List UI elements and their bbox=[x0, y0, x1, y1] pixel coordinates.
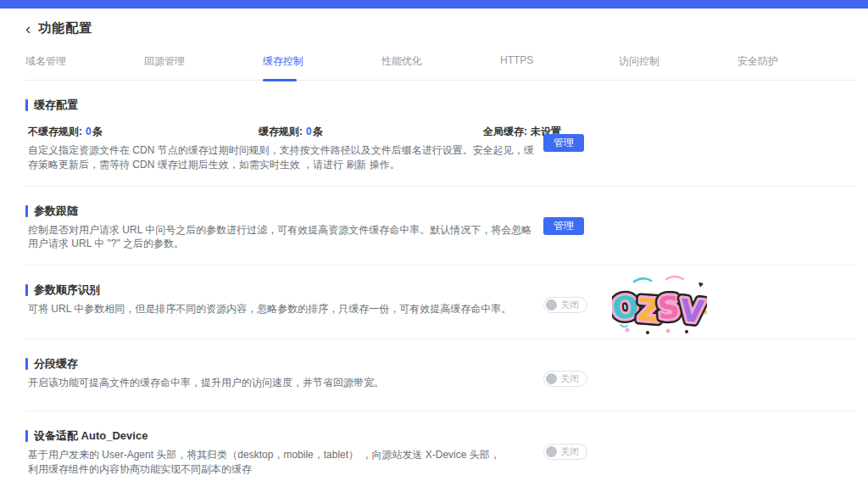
section-title-text: 参数顺序识别 bbox=[34, 282, 100, 298]
manage-cache-config-button[interactable]: 管理 bbox=[543, 134, 584, 152]
title-accent-bar bbox=[25, 358, 28, 370]
back-chevron-icon[interactable]: ‹ bbox=[25, 21, 31, 36]
page-title: 功能配置 bbox=[38, 20, 92, 36]
section-range-cache: 分段缓存 开启该功能可提高文件的缓存命中率，提升用户的访问速度，并节省回源带宽。… bbox=[25, 339, 856, 411]
tab-bar: 域名管理 回源管理 缓存控制 性能优化 HTTPS 访问控制 安全防护 bbox=[25, 54, 856, 81]
section-title: 分段缓存 bbox=[25, 356, 856, 372]
page-header: ‹ 功能配置 bbox=[25, 20, 868, 36]
tab-performance[interactable]: 性能优化 bbox=[381, 54, 500, 80]
tab-origin-management[interactable]: 回源管理 bbox=[144, 54, 263, 80]
tab-https[interactable]: HTTPS bbox=[500, 54, 619, 80]
section-device-adapt: 设备适配 Auto_Device 基于用户发来的 User-Agent 头部，将… bbox=[25, 411, 856, 481]
section-title: 参数跟随 bbox=[25, 204, 856, 219]
toggle-param-order[interactable]: 关闭 bbox=[543, 297, 587, 313]
stat-cache-rules: 缓存规则:0条 bbox=[259, 125, 483, 139]
tab-access-control[interactable]: 访问控制 bbox=[619, 54, 737, 80]
toggle-state-label: 关闭 bbox=[560, 374, 579, 383]
top-app-bar bbox=[0, 0, 868, 8]
stat-value: 0 bbox=[86, 126, 92, 137]
cache-stats-row: 不缓存规则:0条 缓存规则:0条 全局缓存:未设置 bbox=[28, 125, 856, 139]
toggle-state-label: 关闭 bbox=[560, 447, 579, 456]
graffiti-squiggle bbox=[634, 278, 651, 282]
graffiti-letter: S S S bbox=[657, 289, 682, 326]
section-description: 可将 URL 中参数相同，但是排序不同的资源内容，忽略参数的排序，只缓存一份，可… bbox=[28, 302, 540, 316]
toggle-knob bbox=[546, 446, 557, 457]
section-title: 参数顺序识别 bbox=[25, 282, 856, 298]
tab-security[interactable]: 安全防护 bbox=[737, 54, 856, 80]
graffiti-drip bbox=[646, 331, 649, 334]
tab-domain-management[interactable]: 域名管理 bbox=[25, 54, 144, 80]
section-description: 开启该功能可提高文件的缓存命中率，提升用户的访问速度，并节省回源带宽。 bbox=[28, 376, 540, 390]
stat-no-cache-rules: 不缓存规则:0条 bbox=[28, 125, 259, 139]
section-title-text: 分段缓存 bbox=[34, 356, 78, 372]
svg-text:S: S bbox=[657, 289, 682, 326]
graffiti-letter: V V V bbox=[678, 293, 705, 330]
svg-text:O: O bbox=[612, 289, 640, 327]
section-title: 设备适配 Auto_Device bbox=[25, 428, 856, 444]
title-accent-bar bbox=[25, 430, 28, 442]
graffiti-letter: O O O bbox=[612, 289, 640, 327]
tab-cache-control[interactable]: 缓存控制 bbox=[263, 54, 381, 80]
toggle-state-label: 关闭 bbox=[560, 300, 579, 310]
watermark-graffiti-ozsv: ♥ ✦ O O O Z Z Z S S S V V V bbox=[612, 274, 707, 337]
toggle-knob bbox=[546, 299, 557, 310]
section-param-order: 参数顺序识别 可将 URL 中参数相同，但是排序不同的资源内容，忽略参数的排序，… bbox=[25, 266, 856, 339]
stat-value: 0 bbox=[306, 126, 312, 137]
section-description: 控制是否对用户请求 URL 中问号之后的参数进行过滤，可有效提高资源文件缓存命中… bbox=[28, 223, 540, 252]
title-accent-bar bbox=[25, 205, 28, 217]
title-accent-bar bbox=[25, 284, 28, 296]
section-title: 缓存配置 bbox=[25, 98, 856, 113]
manage-param-follow-button[interactable]: 管理 bbox=[543, 217, 584, 235]
graffiti-drip bbox=[666, 329, 670, 333]
section-title-text: 参数跟随 bbox=[34, 204, 78, 219]
section-title-text: 设备适配 Auto_Device bbox=[34, 428, 147, 444]
graffiti-squiggle bbox=[666, 277, 683, 279]
section-description: 自定义指定资源文件在 CDN 节点的缓存过期时间规则，支持按文件路径以及文件后缀… bbox=[28, 143, 540, 172]
svg-text:V: V bbox=[678, 293, 705, 330]
graffiti-heart-icon: ♥ bbox=[698, 279, 704, 289]
section-title-text: 缓存配置 bbox=[34, 98, 78, 113]
section-param-follow: 参数跟随 控制是否对用户请求 URL 中问号之后的参数进行过滤，可有效提高资源文… bbox=[25, 187, 856, 266]
toggle-range-cache[interactable]: 关闭 bbox=[543, 371, 587, 387]
toggle-device-adapt[interactable]: 关闭 bbox=[543, 444, 587, 460]
title-accent-bar bbox=[25, 99, 28, 111]
toggle-knob bbox=[546, 373, 557, 384]
section-cache-config: 缓存配置 不缓存规则:0条 缓存规则:0条 全局缓存:未设置 自定义指定资源文件… bbox=[25, 81, 856, 187]
section-description: 基于用户发来的 User-Agent 头部，将其归类（desktop，mobil… bbox=[28, 448, 503, 477]
graffiti-drip bbox=[685, 330, 688, 333]
graffiti-drip bbox=[626, 328, 630, 333]
